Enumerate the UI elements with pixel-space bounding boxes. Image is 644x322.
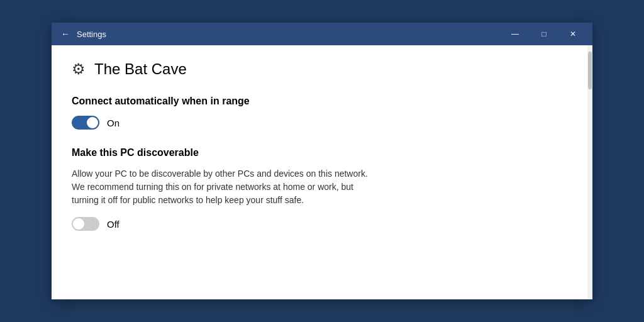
main-content: ⚙ The Bat Cave Connect automatically whe… xyxy=(52,45,587,299)
settings-icon: ⚙ xyxy=(72,60,86,78)
toggle-knob-off xyxy=(73,218,84,230)
discoverable-toggle-row: Off xyxy=(72,217,567,231)
content-area: ⚙ The Bat Cave Connect automatically whe… xyxy=(52,45,592,299)
minimize-button[interactable]: — xyxy=(501,23,530,45)
window-controls: — □ ✕ xyxy=(501,23,587,45)
discoverable-toggle[interactable] xyxy=(72,217,99,231)
auto-connect-title: Connect automatically when in range xyxy=(72,96,567,107)
discoverable-description: Allow your PC to be discoverable by othe… xyxy=(72,167,374,207)
scrollbar[interactable] xyxy=(587,45,592,299)
page-header: ⚙ The Bat Cave xyxy=(72,60,567,78)
close-button[interactable]: ✕ xyxy=(558,23,587,45)
auto-connect-toggle-label: On xyxy=(107,118,119,128)
auto-connect-toggle[interactable] xyxy=(72,116,99,130)
scrollbar-thumb[interactable] xyxy=(588,52,592,89)
back-button[interactable]: ← xyxy=(57,25,74,43)
auto-connect-toggle-row: On xyxy=(72,116,567,130)
titlebar: ← Settings — □ ✕ xyxy=(52,23,592,45)
titlebar-title: Settings xyxy=(77,30,501,39)
page-title: The Bat Cave xyxy=(94,60,187,78)
maximize-button[interactable]: □ xyxy=(530,23,558,45)
discoverable-title: Make this PC discoverable xyxy=(72,147,567,158)
auto-connect-section: Connect automatically when in range On xyxy=(72,96,567,130)
toggle-knob xyxy=(87,117,98,128)
discoverable-toggle-label: Off xyxy=(107,219,119,230)
discoverable-section: Make this PC discoverable Allow your PC … xyxy=(72,147,567,231)
settings-window: ← Settings — □ ✕ ⚙ The Bat Cave Connect … xyxy=(52,23,592,299)
